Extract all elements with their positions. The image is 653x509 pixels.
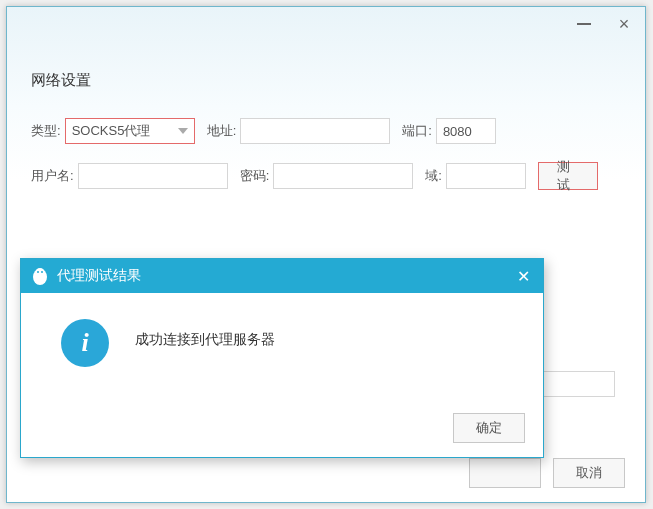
content-area: 网络设置 类型: SOCKS5代理 地址: 端口: 用户名:: [7, 41, 645, 190]
address-input[interactable]: [240, 118, 390, 144]
label-port: 端口:: [402, 122, 432, 140]
domain-input[interactable]: [446, 163, 526, 189]
ok-button-obscured[interactable]: [469, 458, 541, 488]
label-type: 类型:: [31, 122, 61, 140]
label-password: 密码:: [240, 167, 270, 185]
proxy-test-result-dialog: 代理测试结果 ✕ i 成功连接到代理服务器 确定: [20, 258, 544, 458]
field-port: 端口:: [402, 118, 496, 144]
dialog-title-text: 代理测试结果: [57, 267, 141, 285]
dialog-close-button[interactable]: ✕: [513, 266, 533, 286]
label-domain: 域:: [425, 167, 442, 185]
type-select-value: SOCKS5代理: [72, 122, 151, 140]
field-domain: 域:: [425, 163, 526, 189]
close-icon: ×: [619, 15, 630, 33]
password-input[interactable]: [273, 163, 413, 189]
svg-point-3: [41, 271, 43, 273]
minimize-button[interactable]: [571, 14, 597, 34]
penguin-icon: [31, 266, 49, 286]
dialog-body: i 成功连接到代理服务器: [21, 293, 543, 403]
port-input[interactable]: [436, 118, 496, 144]
test-button[interactable]: 测试: [538, 162, 598, 190]
close-button[interactable]: ×: [611, 14, 637, 34]
field-type: 类型: SOCKS5代理: [31, 118, 195, 144]
section-title: 网络设置: [31, 71, 621, 90]
label-username: 用户名:: [31, 167, 74, 185]
dialog-title-left: 代理测试结果: [31, 266, 141, 286]
extra-input[interactable]: [535, 371, 615, 397]
svg-point-1: [35, 268, 45, 278]
field-address: 地址:: [207, 118, 391, 144]
dialog-ok-button[interactable]: 确定: [453, 413, 525, 443]
field-username: 用户名:: [31, 163, 228, 189]
close-icon: ✕: [517, 267, 530, 286]
titlebar: ×: [7, 7, 645, 41]
dialog-message: 成功连接到代理服务器: [135, 319, 275, 349]
dialog-titlebar: 代理测试结果 ✕: [21, 259, 543, 293]
field-password: 密码:: [240, 163, 414, 189]
label-address: 地址:: [207, 122, 237, 140]
chevron-down-icon: [178, 128, 188, 134]
info-icon: i: [61, 319, 109, 367]
dialog-footer: 确定: [21, 403, 543, 457]
row-connection: 类型: SOCKS5代理 地址: 端口:: [31, 118, 621, 144]
row-credentials: 用户名: 密码: 域: 测试: [31, 162, 621, 190]
cancel-button[interactable]: 取消: [553, 458, 625, 488]
minimize-icon: [577, 23, 591, 25]
svg-point-2: [37, 271, 39, 273]
username-input[interactable]: [78, 163, 228, 189]
type-select[interactable]: SOCKS5代理: [65, 118, 195, 144]
footer-buttons: 取消: [469, 458, 625, 488]
